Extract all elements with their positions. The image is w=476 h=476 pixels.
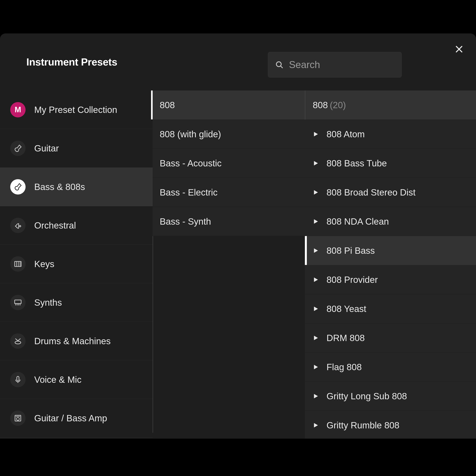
category-label: Guitar xyxy=(34,143,59,154)
preset-label: 808 Provider xyxy=(326,274,378,285)
piano-icon xyxy=(10,256,26,272)
category-label: Keys xyxy=(34,259,54,269)
category-list: MMy Preset CollectionGuitarBass & 808sOr… xyxy=(0,90,153,439)
category-label: Bass & 808s xyxy=(34,182,85,192)
horn-icon xyxy=(10,218,26,233)
drums-icon xyxy=(10,333,26,349)
play-icon[interactable] xyxy=(313,306,319,312)
amp-icon xyxy=(10,410,26,426)
subcategory-label: 808 (with glide) xyxy=(160,129,221,139)
preset-group-header: 808(20) xyxy=(305,90,476,119)
category-amp[interactable]: Guitar / Bass Amp xyxy=(0,399,153,438)
category-label: Orchestral xyxy=(34,220,76,231)
category-orchestral[interactable]: Orchestral xyxy=(0,206,153,245)
subcategory-item[interactable]: 808 (with glide) xyxy=(153,119,305,149)
preset-label: 808 NDA Clean xyxy=(326,216,389,227)
category-label: My Preset Collection xyxy=(34,104,117,115)
preset-item[interactable]: 808 NDA Clean xyxy=(305,207,476,236)
search-field[interactable] xyxy=(268,52,402,78)
subcategory-item[interactable]: 808 xyxy=(153,90,305,119)
close-button[interactable] xyxy=(454,44,465,55)
preset-label: 808 Bass Tube xyxy=(326,158,387,169)
letter-m-icon: M xyxy=(10,102,26,118)
preset-list: 808(20)808 Atom808 Bass Tube808 Broad St… xyxy=(305,90,476,439)
category-my-presets[interactable]: MMy Preset Collection xyxy=(0,90,153,129)
play-icon[interactable] xyxy=(313,393,319,399)
guitar-icon xyxy=(10,141,26,156)
preset-group-label: 808 xyxy=(313,100,328,110)
preset-item[interactable]: Gritty Long Sub 808 xyxy=(305,382,476,411)
preset-item[interactable]: 808 Pi Bass xyxy=(305,236,476,265)
mic-icon xyxy=(10,372,26,387)
subcategory-list: 808808 (with glide)Bass - AcousticBass -… xyxy=(153,90,305,439)
preset-label: Gritty Rumble 808 xyxy=(326,420,399,431)
preset-label: DRM 808 xyxy=(326,333,365,343)
play-icon[interactable] xyxy=(313,131,319,137)
preset-label: 808 Atom xyxy=(326,129,365,139)
preset-item[interactable]: 808 Provider xyxy=(305,265,476,294)
play-icon[interactable] xyxy=(313,247,319,254)
preset-label: 808 Yeast xyxy=(326,304,366,314)
play-icon[interactable] xyxy=(313,364,319,370)
play-icon[interactable] xyxy=(313,422,319,429)
category-guitar[interactable]: Guitar xyxy=(0,129,153,168)
instrument-presets-panel: Instrument Presets MMy Preset Collection… xyxy=(0,34,476,439)
category-synths[interactable]: Synths xyxy=(0,283,153,322)
preset-label: 808 Broad Stereo Dist xyxy=(326,187,416,198)
preset-label: Flag 808 xyxy=(326,362,362,372)
category-label: Voice & Mic xyxy=(34,374,82,385)
play-icon[interactable] xyxy=(313,276,319,283)
category-label: Drums & Machines xyxy=(34,336,111,346)
preset-item[interactable]: 808 Yeast xyxy=(305,294,476,323)
category-drums[interactable]: Drums & Machines xyxy=(0,322,153,360)
category-label: Synths xyxy=(34,297,62,308)
bass-icon xyxy=(10,179,26,195)
subcategory-label: Bass - Electric xyxy=(160,187,218,198)
panel-header: Instrument Presets xyxy=(0,34,476,90)
category-keys[interactable]: Keys xyxy=(0,245,153,283)
category-label: Guitar / Bass Amp xyxy=(34,413,107,424)
preset-item[interactable]: 808 Bass Tube xyxy=(305,149,476,178)
category-voice[interactable]: Voice & Mic xyxy=(0,360,153,399)
subcategory-item[interactable]: Bass - Synth xyxy=(153,207,305,236)
preset-item[interactable]: Gritty Rumble 808 xyxy=(305,411,476,439)
search-icon xyxy=(275,61,283,69)
svg-line-1 xyxy=(281,66,282,68)
preset-count: (20) xyxy=(330,100,346,110)
play-icon[interactable] xyxy=(313,160,319,167)
subcategory-item[interactable]: Bass - Electric xyxy=(153,178,305,207)
search-input[interactable] xyxy=(289,59,394,70)
play-icon[interactable] xyxy=(313,189,319,196)
page-title: Instrument Presets xyxy=(26,56,117,68)
preset-item[interactable]: Flag 808 xyxy=(305,353,476,382)
browser-columns: MMy Preset CollectionGuitarBass & 808sOr… xyxy=(0,90,476,439)
preset-label: 808 Pi Bass xyxy=(326,245,375,256)
subcategory-label: Bass - Acoustic xyxy=(160,158,221,169)
preset-item[interactable]: DRM 808 xyxy=(305,323,476,353)
play-icon[interactable] xyxy=(313,218,319,225)
preset-item[interactable]: 808 Atom xyxy=(305,119,476,149)
play-icon[interactable] xyxy=(313,335,319,341)
preset-label: Gritty Long Sub 808 xyxy=(326,391,407,401)
subcategory-label: 808 xyxy=(160,100,175,110)
synth-icon xyxy=(10,295,26,310)
preset-item[interactable]: 808 Broad Stereo Dist xyxy=(305,178,476,207)
subcategory-item[interactable]: Bass - Acoustic xyxy=(153,149,305,178)
category-bass[interactable]: Bass & 808s xyxy=(0,168,153,206)
subcategory-label: Bass - Synth xyxy=(160,216,211,227)
close-icon xyxy=(454,44,464,54)
